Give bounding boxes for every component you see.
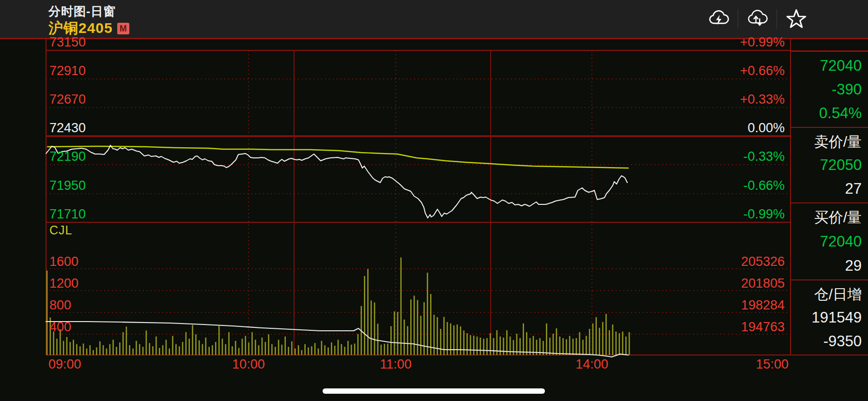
volume-bar: [235, 341, 236, 355]
percent-level-label: +0.66%: [740, 64, 785, 77]
volume-bar: [76, 344, 78, 355]
volume-bar: [222, 339, 223, 355]
open-interest-value: 191549: [790, 309, 868, 325]
volume-bar: [215, 342, 217, 355]
volume-bar: [278, 340, 279, 355]
volume-bar: [86, 349, 88, 355]
volume-bar: [162, 345, 164, 355]
ask-volume: 27: [790, 181, 868, 197]
cloud-lightning-button[interactable]: [699, 8, 738, 30]
header-bar: 分时图-日窗 沪铜2405 M: [0, 0, 868, 39]
percent-level-label: 0.00%: [747, 121, 785, 135]
volume-bar: [364, 276, 365, 355]
volume-bar: [486, 338, 488, 355]
bid-volume: 29: [790, 258, 868, 274]
last-price-box: 72040 -390 0.54%: [790, 51, 868, 127]
volume-bar: [420, 316, 422, 355]
volume-bar: [175, 344, 177, 355]
home-indicator[interactable]: [323, 388, 545, 394]
volume-bar: [602, 322, 604, 355]
time-axis-label: 09:00: [48, 357, 81, 371]
volume-scale-label: 1200: [49, 277, 78, 290]
price-level-label: 72910: [49, 64, 86, 77]
oi-scale-label: 201805: [741, 277, 785, 290]
volume-bar: [453, 325, 455, 355]
volume-bar: [126, 327, 127, 355]
volume-scale-label: 1600: [49, 255, 78, 268]
last-price: 72040: [790, 58, 868, 74]
volume-bar: [414, 295, 415, 355]
volume-bar: [304, 344, 306, 355]
volume-bar: [460, 326, 462, 355]
volume-bar: [56, 339, 58, 355]
time-axis-label: 15:00: [756, 357, 789, 371]
volume-bar: [258, 345, 260, 355]
volume-bar: [199, 340, 200, 355]
volume-bar: [245, 336, 247, 355]
page-title: 分时图-日窗: [48, 3, 116, 19]
volume-bar: [622, 332, 623, 355]
volume-bar: [188, 339, 190, 355]
time-axis-label: 10:00: [232, 357, 265, 371]
volume-bar: [463, 330, 465, 355]
volume-bar: [401, 258, 402, 355]
header-icons: [699, 5, 815, 33]
indicator-name-label: CJL: [49, 223, 72, 237]
cloud-sync-icon: [746, 8, 769, 30]
volume-bar: [116, 347, 117, 355]
cloud-sync-button[interactable]: [738, 8, 776, 30]
volume-bar: [354, 343, 356, 355]
volume-bar: [473, 336, 475, 355]
volume-scale-label: 800: [49, 298, 71, 312]
volume-bar: [625, 337, 627, 355]
volume-bar: [232, 346, 233, 355]
volume-bar: [629, 332, 630, 355]
volume-bar: [123, 332, 124, 355]
volume-bar: [248, 342, 249, 355]
volume-bar: [285, 337, 286, 355]
volume-bar: [616, 332, 617, 355]
volume-bar: [589, 329, 590, 355]
volume-bar: [212, 345, 213, 355]
percent-level-label: +0.99%: [740, 35, 785, 49]
volume-bar: [265, 342, 266, 355]
volume-bar: [70, 342, 71, 355]
volume-bar: [66, 337, 68, 355]
volume-bar: [136, 341, 137, 355]
bid-box: 买价/量 72040 29: [790, 202, 868, 279]
favorite-button[interactable]: [777, 8, 815, 30]
volume-bar: [275, 347, 276, 355]
volume-bar: [347, 341, 349, 355]
time-axis-label: 14:00: [575, 357, 608, 371]
volume-bar: [344, 347, 345, 355]
volume-bar: [294, 349, 296, 355]
volume-bar: [596, 317, 597, 355]
volume-bar: [477, 337, 478, 355]
volume-bar: [202, 344, 203, 355]
volume-bar: [619, 333, 620, 355]
cloud-lightning-icon: [708, 8, 730, 30]
volume-bar: [228, 332, 230, 355]
volume-bar: [281, 345, 283, 355]
volume-bar: [553, 334, 554, 355]
volume-bar: [466, 333, 468, 355]
price-level-label: 72670: [49, 93, 86, 106]
volume-bar: [119, 342, 121, 355]
volume-bar: [334, 346, 336, 355]
intraday-chart-surface[interactable]: [0, 0, 868, 401]
volume-bar: [434, 315, 435, 355]
volume-bar: [311, 346, 312, 355]
volume-bar: [146, 330, 147, 355]
volume-bar: [513, 340, 514, 355]
volume-bar: [576, 338, 577, 355]
volume-bar: [262, 338, 263, 355]
volume-bar: [166, 340, 167, 355]
volume-bar: [218, 326, 220, 355]
volume-bar: [480, 338, 481, 355]
volume-bar: [255, 340, 256, 355]
volume-bar: [612, 324, 614, 355]
volume-bar: [367, 269, 369, 355]
volume-bar: [192, 325, 193, 355]
volume-bar: [582, 340, 584, 355]
star-icon: [786, 9, 807, 29]
